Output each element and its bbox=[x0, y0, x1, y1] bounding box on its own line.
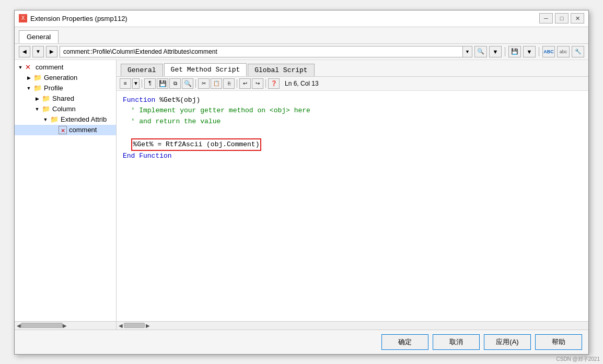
help-bottom-button[interactable]: 帮助 bbox=[535, 334, 582, 350]
abc-button[interactable]: ABC bbox=[542, 46, 555, 57]
expander-generation[interactable]: ▶ bbox=[25, 74, 32, 81]
tab-inner-general[interactable]: General bbox=[121, 64, 163, 76]
code-line-6: End Function bbox=[123, 151, 582, 162]
redo-button[interactable]: ↪ bbox=[252, 78, 263, 89]
icon-comment-root: ✕ bbox=[25, 63, 33, 72]
align-button[interactable]: ≡ bbox=[120, 78, 131, 89]
paste2-button[interactable]: ⎘ bbox=[223, 78, 235, 89]
breadcrumb-dropdown[interactable]: ▼ bbox=[463, 46, 472, 57]
tab-global-script[interactable]: Global Script bbox=[248, 64, 314, 76]
paste-button[interactable]: 📋 bbox=[211, 78, 222, 89]
code-line-4 bbox=[123, 127, 582, 138]
code-editor[interactable]: Function %Get%(obj) ' Implement your get… bbox=[117, 91, 588, 321]
cut-button[interactable]: ✂ bbox=[198, 78, 210, 89]
icon-shared: 📁 bbox=[42, 95, 50, 103]
window-icon: X bbox=[19, 14, 27, 22]
outer-tab-bar: General bbox=[15, 27, 588, 44]
expander-extended[interactable]: ▼ bbox=[42, 116, 49, 123]
tree-item-comment-leaf[interactable]: ✕ comment bbox=[15, 125, 116, 135]
label-comment-leaf: comment bbox=[69, 126, 97, 134]
hscroll-left-arrow[interactable]: ◀ bbox=[119, 323, 123, 328]
icon-column: 📁 bbox=[42, 105, 50, 113]
code-indent-5 bbox=[123, 138, 131, 151]
left-scroll-thumb[interactable] bbox=[21, 323, 63, 328]
tree-view: ▼ ✕ comment ▶ 📁 Generation ▼ 📁 Profile bbox=[15, 60, 116, 321]
code-empty bbox=[123, 127, 127, 138]
label-generation: Generation bbox=[44, 74, 77, 81]
right-panel: General Get Method Script Global Script … bbox=[117, 60, 588, 330]
undo-button[interactable]: ↩ bbox=[239, 78, 251, 89]
nav-dropdown-button[interactable]: ▼ bbox=[32, 46, 44, 57]
extra-button[interactable]: 🔧 bbox=[572, 46, 584, 57]
nav-back-button[interactable]: ◀ bbox=[19, 46, 30, 57]
separator-1 bbox=[505, 47, 505, 56]
minimize-button[interactable]: ─ bbox=[539, 13, 553, 24]
content-area: ▼ ✕ comment ▶ 📁 Generation ▼ 📁 Profile bbox=[15, 60, 588, 330]
align-dropdown[interactable]: ▼ bbox=[132, 78, 140, 89]
ed-sep-1 bbox=[142, 79, 142, 88]
label-profile: Profile bbox=[44, 84, 63, 92]
cancel-button[interactable]: 取消 bbox=[433, 334, 480, 350]
code-comment-1: ' Implement your getter method on <obj> … bbox=[123, 105, 310, 116]
format-button[interactable]: ¶ bbox=[144, 78, 156, 89]
expander-comment-root[interactable]: ▼ bbox=[17, 64, 24, 71]
expander-shared[interactable]: ▶ bbox=[33, 95, 41, 102]
hscroll-thumb[interactable] bbox=[124, 323, 145, 328]
left-scroll-left-arrow[interactable]: ◀ bbox=[17, 323, 21, 328]
label-shared: Shared bbox=[52, 95, 74, 102]
ok-button[interactable]: 确定 bbox=[381, 334, 428, 350]
icon-extended: 📁 bbox=[50, 115, 59, 124]
tree-item-comment-root[interactable]: ▼ ✕ comment bbox=[15, 62, 116, 73]
code-line-2: ' Implement your getter method on <obj> … bbox=[123, 105, 582, 116]
tab-general[interactable]: General bbox=[19, 30, 59, 43]
bottom-bar: 确定 取消 应用(A) 帮助 bbox=[15, 330, 588, 354]
search-dropdown[interactable]: ▼ bbox=[489, 46, 502, 57]
watermark: CSDN @郑子2021 bbox=[556, 356, 600, 363]
expander-column[interactable]: ▼ bbox=[33, 105, 41, 113]
search-button[interactable]: 🔍 bbox=[474, 46, 487, 57]
code-funcname: %Get%(obj) bbox=[159, 95, 200, 106]
abc2-button[interactable]: abc bbox=[557, 46, 570, 57]
save-ed-button[interactable]: 💾 bbox=[157, 78, 168, 89]
maximize-button[interactable]: □ bbox=[555, 13, 569, 24]
tree-item-shared[interactable]: ▶ 📁 Shared bbox=[15, 93, 116, 104]
left-hscrollbar[interactable]: ◀ ▶ bbox=[15, 321, 116, 330]
tab-get-method-script[interactable]: Get Method Script bbox=[164, 63, 247, 76]
editor-toolbar: ≡ ▼ ¶ 💾 ⧉ 🔍 ✂ 📋 ⎘ ↩ ↪ ❓ Ln 6, Col 13 bbox=[117, 77, 588, 91]
hscroll-right-arrow[interactable]: ▶ bbox=[146, 323, 150, 328]
main-window: X Extension Properties (psmp112) ─ □ ✕ G… bbox=[14, 10, 589, 355]
find-button[interactable]: 🔍 bbox=[182, 78, 193, 89]
icon-generation: 📁 bbox=[33, 74, 42, 82]
separator-2 bbox=[539, 47, 539, 56]
close-button[interactable]: ✕ bbox=[571, 13, 584, 24]
icon-profile: 📁 bbox=[33, 84, 42, 92]
label-extended: Extended Attrib bbox=[61, 115, 107, 123]
icon-comment-leaf: ✕ bbox=[59, 126, 67, 134]
left-scroll-right-arrow[interactable]: ▶ bbox=[63, 323, 67, 328]
ed-sep-4 bbox=[265, 79, 266, 88]
apply-button[interactable]: 应用(A) bbox=[484, 334, 531, 350]
breadcrumb[interactable]: comment::Profile\Column\Extended Attribu… bbox=[60, 46, 463, 57]
expander-profile[interactable]: ▼ bbox=[25, 85, 32, 92]
save-dropdown[interactable]: ▼ bbox=[523, 46, 536, 57]
tree-item-generation[interactable]: ▶ 📁 Generation bbox=[15, 73, 116, 83]
top-toolbar: ◀ ▼ ▶ comment::Profile\Column\Extended A… bbox=[15, 44, 588, 60]
tree-item-column[interactable]: ▼ 📁 Column bbox=[15, 104, 116, 114]
code-line-3: ' and return the value bbox=[123, 116, 582, 127]
window-title: Extension Properties (psmp112) bbox=[30, 15, 539, 22]
save-button[interactable]: 💾 bbox=[508, 46, 521, 57]
ed-sep-3 bbox=[237, 79, 237, 88]
help-button[interactable]: ❓ bbox=[268, 78, 280, 89]
tree-item-extended-attrib[interactable]: ▼ 📁 Extended Attrib bbox=[15, 114, 116, 125]
ed-sep-2 bbox=[195, 79, 196, 88]
editor-status: Ln 6, Col 13 bbox=[285, 80, 319, 87]
code-highlighted-line: %Get% = Rtf2Ascii (obj.Comment) bbox=[131, 138, 262, 151]
code-line-1: Function %Get%(obj) bbox=[123, 95, 582, 106]
copy-button[interactable]: ⧉ bbox=[169, 78, 181, 89]
left-panel: ▼ ✕ comment ▶ 📁 Generation ▼ 📁 Profile bbox=[15, 60, 117, 330]
nav-forward-button[interactable]: ▶ bbox=[46, 46, 57, 57]
label-column: Column bbox=[52, 105, 76, 113]
editor-hscrollbar[interactable]: ◀ ▶ bbox=[117, 321, 588, 330]
code-comment-2: ' and return the value bbox=[123, 116, 221, 127]
tree-item-profile[interactable]: ▼ 📁 Profile bbox=[15, 83, 116, 93]
